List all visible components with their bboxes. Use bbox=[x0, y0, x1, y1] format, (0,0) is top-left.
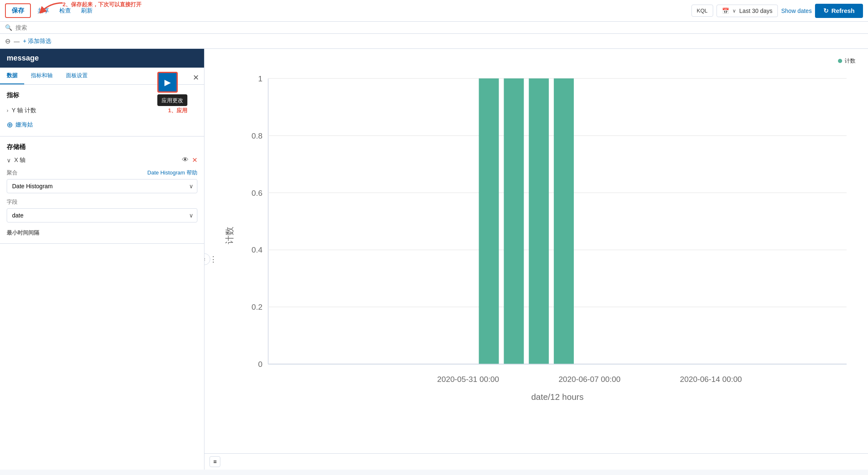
x-axis-row: ∨ X 轴 👁 ✕ bbox=[7, 156, 197, 164]
refresh-button[interactable]: ↻ Refresh bbox=[815, 4, 863, 18]
bucket-section: 存储桶 ∨ X 轴 👁 ✕ 聚合 Date Histogram 帮助 Date … bbox=[0, 136, 204, 244]
chart-legend: 计数 bbox=[838, 57, 855, 65]
metric-chevron-icon: › bbox=[7, 108, 8, 114]
add-metric-label: 姗海姑 bbox=[15, 121, 33, 129]
refresh-icon: ↻ bbox=[823, 7, 829, 15]
panel-title: message bbox=[7, 54, 39, 62]
field-row: 字段 bbox=[7, 198, 197, 206]
chart-svg: 计数 1 0.8 0.6 0.4 0.2 0 bbox=[225, 57, 868, 414]
x-axis-label: X 轴 bbox=[14, 157, 25, 164]
chart-area: 计数 计数 1 0.8 0.6 0.4 0.2 bbox=[204, 49, 868, 453]
aggregation-select[interactable]: Date Histogram Terms Filters bbox=[7, 179, 197, 193]
aggregation-label: 聚合 bbox=[7, 169, 18, 177]
svg-text:2020-05-31 00:00: 2020-05-31 00:00 bbox=[437, 375, 500, 384]
share-button[interactable]: 共享 bbox=[34, 5, 53, 17]
aggregation-help[interactable]: Date Histogram 帮助 bbox=[147, 169, 197, 177]
svg-text:1: 1 bbox=[258, 74, 262, 83]
x-axis-icons: 👁 ✕ bbox=[182, 156, 197, 164]
bucket-title: 存储桶 bbox=[7, 143, 197, 151]
save-annotation: 2、保存起来，下次可以直接打开 bbox=[63, 1, 141, 8]
table-view-button[interactable]: ≡ bbox=[209, 456, 220, 467]
calendar-icon: 📅 bbox=[722, 8, 729, 14]
chevron-left-icon: ‹ bbox=[204, 256, 205, 262]
right-panel: ‹ ⋮ 计数 计数 bbox=[204, 49, 868, 470]
tab-data[interactable]: 数据 bbox=[0, 68, 24, 84]
bar-3 bbox=[529, 78, 549, 364]
tab-metrics-axis[interactable]: 指标和轴 bbox=[24, 68, 59, 84]
svg-text:0.6: 0.6 bbox=[252, 189, 262, 197]
svg-text:0.4: 0.4 bbox=[252, 245, 262, 254]
x-axis-chevron: ∨ bbox=[7, 157, 11, 164]
apply-changes-area: ▶ 应用更改 1、应用 bbox=[157, 72, 187, 114]
show-dates-button[interactable]: Show dates bbox=[781, 8, 812, 14]
close-button[interactable]: ✕ bbox=[193, 73, 199, 82]
field-select-wrapper: date @timestamp ∨ bbox=[7, 208, 197, 222]
inspect-button[interactable]: 检查 bbox=[56, 5, 74, 17]
apply-changes-button[interactable]: ▶ bbox=[157, 72, 178, 93]
bar-1 bbox=[479, 78, 499, 364]
add-metric-button[interactable]: ⊕ 姗海姑 bbox=[7, 120, 33, 129]
aggregation-select-wrapper: Date Histogram Terms Filters ∨ bbox=[7, 179, 197, 193]
save-button[interactable]: 保存 bbox=[5, 3, 31, 18]
date-range-text: Last 30 days bbox=[739, 8, 772, 14]
svg-text:2020-06-07 00:00: 2020-06-07 00:00 bbox=[558, 375, 621, 384]
add-icon: ⊕ bbox=[7, 120, 13, 129]
field-select[interactable]: date @timestamp bbox=[7, 208, 197, 222]
search-input[interactable] bbox=[15, 24, 863, 31]
search-icon: 🔍 bbox=[5, 24, 12, 31]
svg-text:2020-06-14 00:00: 2020-06-14 00:00 bbox=[680, 375, 742, 384]
svg-text:0: 0 bbox=[258, 360, 262, 369]
bar-2 bbox=[504, 78, 524, 364]
play-icon: ▶ bbox=[164, 77, 171, 87]
bar-4 bbox=[554, 78, 574, 364]
eye-icon[interactable]: 👁 bbox=[182, 156, 189, 164]
y-axis-label: 计数 bbox=[225, 227, 234, 244]
svg-text:0.8: 0.8 bbox=[252, 131, 262, 140]
apply-annotation: 1、应用 bbox=[157, 107, 187, 114]
svg-text:date/12 hours: date/12 hours bbox=[531, 392, 583, 402]
date-range-picker[interactable]: 📅 ∨ Last 30 days bbox=[717, 5, 778, 17]
kql-button[interactable]: KQL bbox=[691, 5, 713, 17]
left-panel: message 数据 指标和轴 面板设置 ▶ 应用更改 1、应用 ✕ 指标 bbox=[0, 49, 204, 470]
panel-header: message bbox=[0, 49, 204, 68]
chart-bottom-bar: ≡ bbox=[204, 453, 868, 470]
table-icon: ≡ bbox=[213, 458, 217, 465]
add-filter-button[interactable]: + 添加筛选 bbox=[23, 38, 51, 45]
legend-dot bbox=[838, 59, 842, 63]
refresh-label: Refresh bbox=[831, 7, 855, 14]
svg-text:0.2: 0.2 bbox=[252, 303, 262, 311]
min-interval-label: 最小时间间隔 bbox=[7, 227, 197, 237]
filter-dash: — bbox=[14, 38, 20, 45]
tab-panel-settings[interactable]: 面板设置 bbox=[59, 68, 94, 84]
search-row: 🔍 bbox=[0, 22, 868, 34]
metric-label-yaxis: Y 轴 计数 bbox=[12, 107, 36, 114]
filter-row: ⊖ — + 添加筛选 bbox=[0, 34, 868, 49]
legend-label: 计数 bbox=[845, 57, 855, 65]
filter-icon: ⊖ bbox=[5, 37, 10, 45]
main-toolbar: 保存 共享 检查 刷新 2、保存起来，下次可以直接打开 KQL 📅 ∨ Last… bbox=[0, 0, 868, 22]
calendar-chevron: ∨ bbox=[732, 8, 736, 14]
apply-tooltip: 应用更改 bbox=[157, 94, 187, 106]
field-label: 字段 bbox=[7, 198, 18, 206]
aggregation-row: 聚合 Date Histogram 帮助 bbox=[7, 169, 197, 177]
main-content: message 数据 指标和轴 面板设置 ▶ 应用更改 1、应用 ✕ 指标 bbox=[0, 49, 868, 470]
refresh-small-button[interactable]: 刷新 bbox=[78, 5, 96, 17]
delete-icon[interactable]: ✕ bbox=[192, 156, 197, 164]
